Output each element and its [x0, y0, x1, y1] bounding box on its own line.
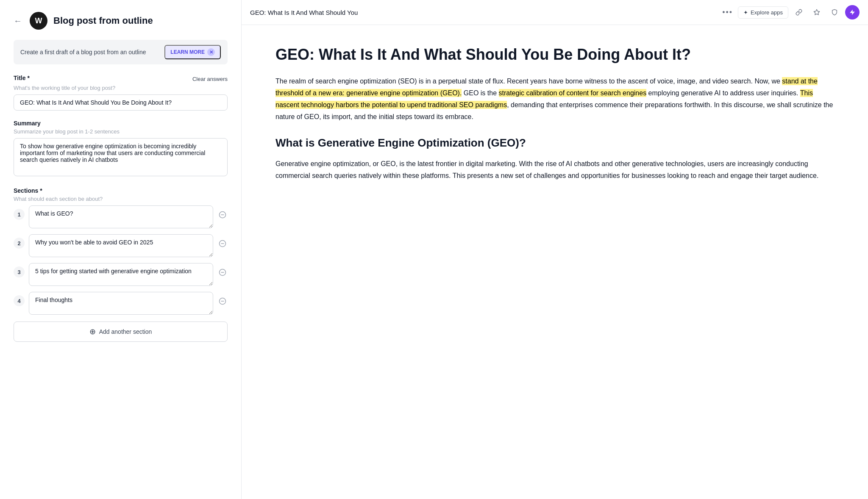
section-input-wrap-2: Why you won't be able to avoid GEO in 20… — [29, 234, 213, 259]
plus-icon: ⊕ — [89, 327, 96, 336]
summary-hint: Summarize your blog post in 1-2 sentence… — [14, 128, 228, 135]
sections-field-group: Sections * What should each section be a… — [14, 187, 228, 342]
left-panel: ← W Blog post from outline Create a firs… — [0, 0, 242, 499]
title-hint: What's the working title of your blog po… — [14, 85, 228, 91]
explore-apps-label: Explore apps — [751, 9, 783, 16]
section-item: 3 5 tips for getting started with genera… — [14, 263, 228, 288]
section-input-2[interactable]: Why you won't be able to avoid GEO in 20… — [29, 234, 213, 257]
section1-body: Generative engine optimization, or GEO, … — [275, 158, 834, 182]
svg-marker-8 — [850, 10, 855, 15]
title-field-group: Title * Clear answers What's the working… — [14, 75, 228, 111]
page-title: Blog post from outline — [53, 15, 153, 26]
section-input-wrap-3: 5 tips for getting started with generati… — [29, 263, 213, 288]
lightning-icon-button[interactable] — [845, 5, 860, 19]
top-bar-title: GEO: What Is It And What Should You — [250, 9, 717, 16]
explore-apps-button[interactable]: ✦ Explore apps — [738, 6, 788, 19]
section-input-3[interactable]: 5 tips for getting started with generati… — [29, 263, 213, 286]
remove-section-button-1[interactable] — [217, 210, 228, 220]
sections-hint: What should each section be about? — [14, 196, 228, 202]
shield-icon-button[interactable] — [827, 5, 842, 19]
explore-icon: ✦ — [743, 9, 748, 16]
top-bar-actions: ✦ Explore apps — [738, 5, 860, 19]
title-label: Title * — [14, 75, 30, 81]
remove-section-button-2[interactable] — [217, 238, 228, 249]
clear-answers-link[interactable]: Clear answers — [192, 76, 228, 82]
content-area: GEO: What Is It And What Should You Be D… — [242, 25, 868, 499]
section-number-3: 3 — [14, 266, 25, 277]
section-input-wrap-1: What is GEO? — [29, 205, 213, 230]
section-item: 2 Why you won't be able to avoid GEO in … — [14, 234, 228, 259]
article-title: GEO: What Is It And What Should You Be D… — [275, 45, 834, 64]
add-section-label: Add another section — [99, 328, 152, 335]
summary-label: Summary — [14, 120, 228, 127]
link-icon-button[interactable] — [792, 5, 806, 19]
section-item: 4 Final thoughts — [14, 292, 228, 316]
article-intro: The realm of search engine optimization … — [275, 75, 834, 123]
section-input-1[interactable]: What is GEO? — [29, 205, 213, 228]
info-icon: ✕ — [207, 48, 215, 56]
add-section-button[interactable]: ⊕ Add another section — [14, 322, 228, 342]
description-bar: Create a first draft of a blog post from… — [14, 40, 228, 64]
pin-icon-button[interactable] — [810, 5, 824, 19]
sections-list: 1 What is GEO? 2 Why you won't be able t… — [14, 205, 228, 316]
remove-section-button-3[interactable] — [217, 267, 228, 277]
back-button[interactable]: ← — [14, 16, 22, 26]
section-input-4[interactable]: Final thoughts — [29, 292, 213, 315]
app-logo: W — [30, 12, 47, 30]
section1-title: What is Generative Engine Optimization (… — [275, 136, 834, 150]
app-header: ← W Blog post from outline — [14, 12, 228, 30]
summary-input[interactable] — [14, 138, 228, 176]
section-number-1: 1 — [14, 209, 25, 220]
section-number-2: 2 — [14, 238, 25, 249]
learn-more-label: LEARN MORE — [170, 49, 205, 55]
sections-label: Sections * — [14, 187, 228, 194]
section-item: 1 What is GEO? — [14, 205, 228, 230]
description-text: Create a first draft of a blog post from… — [20, 49, 159, 55]
remove-section-button-4[interactable] — [217, 296, 228, 306]
more-options-button[interactable]: ••• — [722, 8, 733, 17]
right-panel: GEO: What Is It And What Should You ••• … — [242, 0, 868, 499]
section-number-4: 4 — [14, 295, 25, 306]
top-bar: GEO: What Is It And What Should You ••• … — [242, 0, 868, 25]
title-field-header: Title * Clear answers — [14, 75, 228, 83]
title-input[interactable] — [14, 94, 228, 111]
learn-more-button[interactable]: LEARN MORE ✕ — [164, 45, 221, 59]
summary-field-group: Summary Summarize your blog post in 1-2 … — [14, 120, 228, 178]
section-input-wrap-4: Final thoughts — [29, 292, 213, 316]
highlight-2: strategic calibration of content for sea… — [499, 89, 647, 97]
